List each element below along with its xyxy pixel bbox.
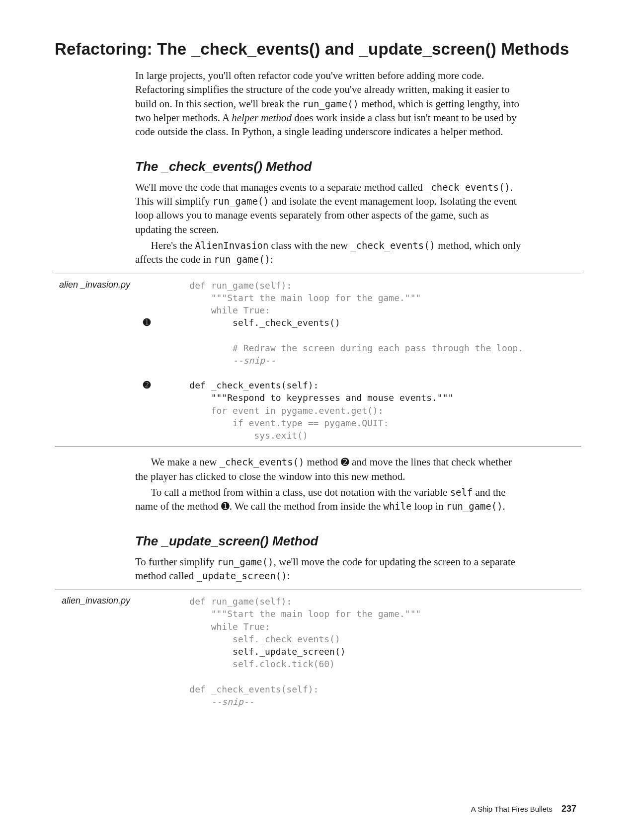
text: loop in <box>411 500 446 512</box>
intro-block: In large projects, you'll often refactor… <box>135 69 523 139</box>
code-listing-2: alien_invasion.py def run_game(self): ""… <box>55 590 581 713</box>
code-line-highlighted: self._update_screen() <box>168 646 346 657</box>
code-line: if event.type == pygame.QUIT: <box>168 418 389 428</box>
code-line: self._check_events() <box>168 634 340 644</box>
code-line: def _check_events(self): <box>168 684 318 694</box>
text: alien_invasion.py <box>62 596 130 606</box>
section-2: The _update_screen() Method To further s… <box>135 534 523 583</box>
inline-code: run_game() <box>213 196 269 207</box>
page-footer: A Ship That Fires Bullets 237 <box>471 804 576 814</box>
filename-label: alien _invasion.py <box>6 279 130 291</box>
text: alien _invasion.py <box>59 280 130 290</box>
text: method <box>304 456 341 468</box>
text: . We call the method from inside the <box>230 500 384 512</box>
paragraph: To call a method from within a class, us… <box>135 485 523 514</box>
code-block: def run_game(self): """Start the main lo… <box>55 595 581 708</box>
subsection-heading: The _update_screen() Method <box>135 534 523 549</box>
callout-inline-icon: ➊ <box>221 501 230 512</box>
callout-marker-1: ➊ <box>143 317 151 328</box>
code-line-snip: --snip-- <box>168 355 276 366</box>
code-line: def run_game(self): <box>168 596 292 607</box>
text: To call a method from within a class, us… <box>151 486 450 498</box>
callout-marker-2: ➋ <box>143 380 151 390</box>
page-number: 237 <box>561 804 576 814</box>
code-line-snip: --snip-- <box>168 696 254 707</box>
text: To further simplify <box>135 556 217 568</box>
text: class with the new <box>268 239 350 251</box>
section-1: The _check_events() Method We'll move th… <box>135 159 523 267</box>
inline-code: while <box>384 501 412 512</box>
section-heading: Refactoring: The _check_events() and _up… <box>55 40 581 59</box>
text: We make a new <box>151 456 220 468</box>
paragraph: To further simplify run_game(), we'll mo… <box>135 555 523 583</box>
text: Here's the <box>151 239 195 251</box>
code-line-highlighted: def _check_events(self): <box>168 380 318 390</box>
code-line: sys.exit() <box>168 430 308 441</box>
chapter-title: A Ship That Fires Bullets <box>471 805 553 813</box>
code-line: """Start the main loop for the game.""" <box>168 609 421 619</box>
subsection-heading: The _check_events() Method <box>135 159 523 174</box>
code-line: """Start the main loop for the game.""" <box>168 293 421 303</box>
book-page: Refactoring: The _check_events() and _up… <box>0 0 636 840</box>
code-line: # Redraw the screen during each pass thr… <box>168 343 523 353</box>
inline-code: _check_events() <box>220 457 305 467</box>
filename-label: alien_invasion.py <box>6 595 130 607</box>
code-line: while True: <box>168 305 270 315</box>
text: We'll move the code that manages events … <box>135 181 425 193</box>
inline-code: _check_events() <box>350 240 435 251</box>
code-listing-1: alien _invasion.py ➊ ➋ def run_game(self… <box>55 274 581 447</box>
text: . <box>503 500 505 512</box>
intro-paragraph: In large projects, you'll often refactor… <box>135 69 523 139</box>
code-line: while True: <box>168 621 270 632</box>
paragraph: Here's the AlienInvasion class with the … <box>135 238 523 267</box>
inline-code: run_game() <box>446 501 503 512</box>
inline-code: _check_events() <box>425 182 510 193</box>
inline-code: run_game() <box>214 254 270 265</box>
inline-code: run_game() <box>302 98 359 109</box>
inline-code: AlienInvasion <box>195 240 268 251</box>
code-line-highlighted: self._check_events() <box>168 317 340 328</box>
text: : <box>287 570 290 582</box>
code-line: for event in pygame.event.get(): <box>168 405 383 416</box>
text: : <box>270 253 273 265</box>
inline-code: self <box>450 487 473 498</box>
paragraph: We make a new _check_events() method ➋ a… <box>135 455 523 483</box>
callout-inline-icon: ➋ <box>341 457 349 467</box>
after-code-1: We make a new _check_events() method ➋ a… <box>135 455 523 513</box>
code-block: def run_game(self): """Start the main lo… <box>55 279 581 442</box>
inline-code: _update_screen() <box>197 570 287 581</box>
paragraph: We'll move the code that manages events … <box>135 180 523 236</box>
code-line: self.clock.tick(60) <box>168 659 335 669</box>
inline-code: run_game() <box>217 556 274 567</box>
code-line: def run_game(self): <box>168 280 292 291</box>
italic-term: helper method <box>232 112 292 124</box>
code-line-highlighted: """Respond to keypresses and mouse event… <box>168 392 453 403</box>
